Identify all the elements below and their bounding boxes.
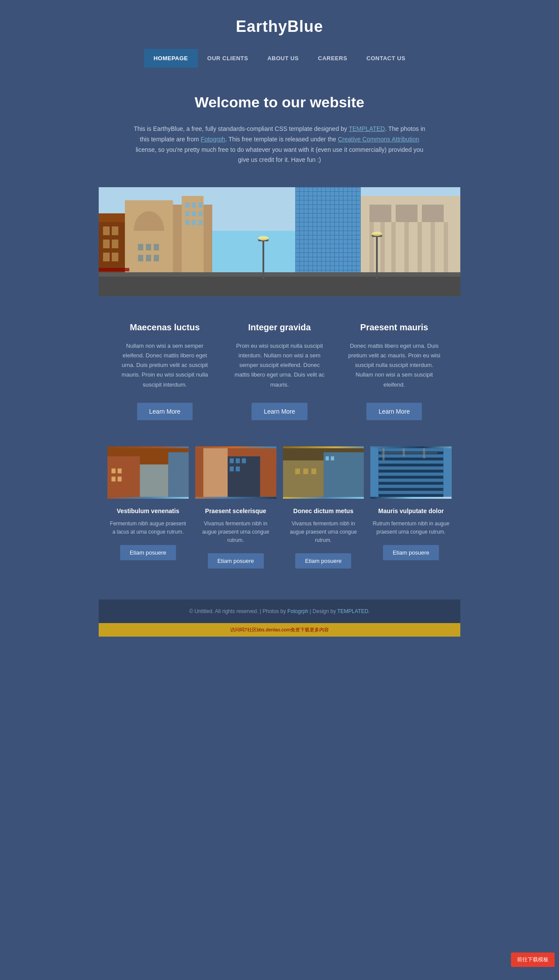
svg-rect-63 xyxy=(111,476,115,481)
svg-rect-71 xyxy=(230,466,234,471)
svg-rect-89 xyxy=(379,485,444,488)
etiam-button-1[interactable]: Etiam posuere xyxy=(120,545,176,560)
fotogrph-link[interactable]: Fotogrph xyxy=(201,136,225,143)
col-3-title: Praesent mauris xyxy=(348,322,441,332)
footer-templated-link[interactable]: TEMPLATED. xyxy=(337,608,369,614)
svg-rect-69 xyxy=(236,458,240,463)
card-4-image xyxy=(370,446,452,499)
card-3-body: Vivamus fermentum nibh in augue praesent… xyxy=(283,520,364,545)
svg-rect-38 xyxy=(369,205,391,222)
svg-point-55 xyxy=(372,232,382,236)
col-1: Maecenas luctus Nullam non wisi a sem se… xyxy=(112,322,218,420)
svg-rect-25 xyxy=(192,211,196,216)
main-nav: HOMEPAGE OUR CLIENTS ABOUT US CAREERS CO… xyxy=(107,49,452,68)
card-1: Vestibulum venenatis Fermentum nibh augu… xyxy=(107,446,189,578)
learn-more-button-3[interactable]: Learn More xyxy=(366,403,422,420)
svg-rect-9 xyxy=(112,253,118,261)
col-1-body: Nullam non wisi a sem semper eleifend. D… xyxy=(118,341,211,389)
bottom-bar: 访问吗?社区bbs.denlao.com免资下载更多内容 xyxy=(99,623,460,637)
learn-more-button-1[interactable]: Learn More xyxy=(137,403,193,420)
footer-text: © Untitled. All rights reserved. | Photo… xyxy=(189,608,286,614)
svg-rect-87 xyxy=(379,473,444,476)
svg-rect-59 xyxy=(140,464,168,497)
nav-about-us[interactable]: ABOUT US xyxy=(258,49,308,68)
three-col-section: Maecenas luctus Nullam non wisi a sem se… xyxy=(99,296,460,437)
svg-rect-62 xyxy=(117,468,121,473)
svg-rect-77 xyxy=(303,468,308,474)
svg-rect-58 xyxy=(107,456,140,497)
svg-rect-60 xyxy=(168,452,188,497)
nav-homepage[interactable]: HOMEPAGE xyxy=(144,49,198,68)
svg-rect-85 xyxy=(379,460,444,463)
svg-point-52 xyxy=(258,236,269,240)
etiam-button-2[interactable]: Etiam posuere xyxy=(208,553,264,569)
svg-rect-8 xyxy=(103,253,110,261)
card-3-image xyxy=(283,446,364,499)
svg-rect-84 xyxy=(379,454,444,457)
hero-heading: Welcome to our website xyxy=(134,94,425,111)
svg-rect-50 xyxy=(262,240,264,279)
svg-rect-14 xyxy=(146,244,151,250)
card-1-title: Vestibulum venenatis xyxy=(107,507,189,514)
svg-rect-66 xyxy=(203,448,228,497)
site-title: EarthyBlue xyxy=(107,17,452,36)
card-1-body: Fermentum nibh augue praesent a lacus at… xyxy=(107,520,189,536)
templated-link[interactable]: TEMPLATED xyxy=(349,125,385,132)
card-2: Praesent scelerisque Vivamus fermentum n… xyxy=(195,446,276,578)
svg-rect-15 xyxy=(154,244,159,250)
svg-rect-74 xyxy=(283,460,324,497)
svg-rect-27 xyxy=(185,220,190,225)
cc-license-link[interactable]: Creative Commons Attribution xyxy=(338,136,419,143)
nav-contact-us[interactable]: CONTACT US xyxy=(357,49,415,68)
svg-rect-28 xyxy=(192,220,196,225)
svg-rect-64 xyxy=(117,476,121,481)
footer-fotogrph-link[interactable]: Fotogrph xyxy=(287,608,308,614)
svg-rect-22 xyxy=(192,202,196,208)
footer: © Untitled. All rights reserved. | Photo… xyxy=(99,599,460,623)
svg-rect-40 xyxy=(422,205,444,222)
nav-our-clients[interactable]: OUR CLIENTS xyxy=(198,49,258,68)
svg-rect-53 xyxy=(376,235,378,279)
svg-rect-70 xyxy=(242,458,246,463)
svg-rect-72 xyxy=(236,466,240,471)
svg-rect-79 xyxy=(325,456,328,460)
svg-rect-24 xyxy=(185,211,190,216)
hero-body: This is EarthyBlue, a free, fully standa… xyxy=(134,124,425,165)
card-2-title: Praesent scelerisque xyxy=(195,507,276,514)
svg-rect-23 xyxy=(198,202,203,208)
svg-rect-17 xyxy=(146,255,151,261)
svg-rect-75 xyxy=(323,452,364,497)
svg-rect-56 xyxy=(99,268,129,271)
etiam-button-3[interactable]: Etiam posuere xyxy=(295,553,351,569)
svg-rect-78 xyxy=(311,468,316,474)
header: EarthyBlue HOMEPAGE OUR CLIENTS ABOUT US… xyxy=(99,0,460,68)
learn-more-button-2[interactable]: Learn More xyxy=(252,403,307,420)
col-1-title: Maecenas luctus xyxy=(118,322,211,332)
card-3-title: Donec dictum metus xyxy=(283,507,364,514)
etiam-button-4[interactable]: Etiam posuere xyxy=(383,545,439,560)
svg-rect-91 xyxy=(383,448,385,460)
svg-rect-90 xyxy=(379,490,444,493)
svg-rect-26 xyxy=(198,211,203,216)
card-3: Donec dictum metus Vivamus fermentum nib… xyxy=(283,446,364,578)
col-2: Integer gravida Proin eu wisi suscipit n… xyxy=(227,322,333,420)
svg-rect-5 xyxy=(112,226,118,235)
card-1-image xyxy=(107,446,189,499)
svg-rect-7 xyxy=(112,240,118,248)
svg-rect-13 xyxy=(138,244,143,250)
four-col-section: Vestibulum venenatis Fermentum nibh augu… xyxy=(99,438,460,600)
nav-careers[interactable]: CAREERS xyxy=(308,49,357,68)
svg-rect-94 xyxy=(380,452,437,453)
svg-rect-29 xyxy=(198,220,203,225)
col-2-title: Integer gravida xyxy=(233,322,326,332)
svg-rect-88 xyxy=(379,479,444,482)
svg-rect-18 xyxy=(154,255,159,261)
svg-rect-80 xyxy=(331,456,334,460)
svg-rect-86 xyxy=(379,466,444,469)
banner-image xyxy=(99,187,460,296)
footer-design-text: | Design by xyxy=(310,608,336,614)
card-4-body: Rutrum fermentum nibh in augue praesent … xyxy=(370,520,452,536)
svg-rect-68 xyxy=(230,458,234,463)
col-2-body: Proin eu wisi suscipit nulla suscipit in… xyxy=(233,341,326,389)
svg-rect-16 xyxy=(138,255,143,261)
